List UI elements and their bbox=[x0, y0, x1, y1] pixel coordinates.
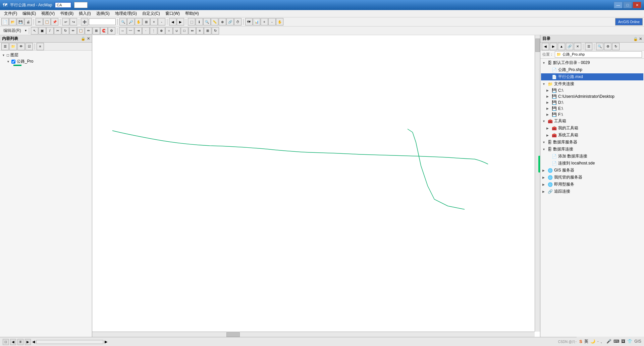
expand-icon-layers[interactable]: ▼ bbox=[2, 54, 5, 57]
attributes-button[interactable]: 📋 bbox=[77, 27, 85, 34]
status-btn3[interactable]: ⏸ bbox=[17, 339, 23, 345]
toc-list-by-visibility[interactable]: 👁 bbox=[17, 43, 25, 50]
expand-icon[interactable]: ▶ bbox=[542, 183, 546, 186]
buffer-button[interactable]: ○ bbox=[165, 27, 173, 34]
zoom-in-button[interactable]: 🔍 bbox=[119, 18, 127, 25]
rotate-button[interactable]: ↻ bbox=[62, 27, 69, 34]
catalog-tree-item[interactable]: 📄连接到 localhost.sde bbox=[541, 160, 643, 167]
forward-button[interactable]: ▶ bbox=[177, 18, 184, 25]
hyperlink-button[interactable]: 🔗 bbox=[226, 18, 234, 25]
menu-window[interactable]: 窗口(W) bbox=[163, 10, 182, 17]
undo-button[interactable]: ↩ bbox=[62, 18, 69, 25]
catalog-up-button[interactable]: ▲ bbox=[558, 43, 565, 50]
tray-portrait[interactable]: 🖼 bbox=[621, 339, 625, 344]
toc-list-by-source[interactable]: 📁 bbox=[9, 43, 17, 50]
scale-input[interactable]: 1:68, 163 bbox=[89, 18, 116, 25]
fixed-zoom-out[interactable]: - bbox=[158, 18, 165, 25]
menu-geoprocessing[interactable]: 地理处理(G) bbox=[112, 10, 140, 17]
expand-icon[interactable]: ▶ bbox=[542, 169, 546, 172]
catalog-back-button[interactable]: ◀ bbox=[542, 43, 549, 50]
catalog-tree-item[interactable]: ▶💾C:\ bbox=[541, 87, 643, 93]
scroll-bar[interactable] bbox=[36, 340, 103, 344]
trace-button[interactable]: 〰 bbox=[127, 27, 134, 34]
expand-icon[interactable]: ▶ bbox=[546, 95, 550, 98]
split-button[interactable]: ⋮ bbox=[150, 27, 157, 34]
catalog-connect-button[interactable]: 🔗 bbox=[566, 43, 573, 50]
menu-bookmarks[interactable]: 书签(B) bbox=[57, 10, 76, 17]
copy-button[interactable]: 📋 bbox=[43, 18, 51, 25]
cut-polygon-button[interactable]: ✂ bbox=[54, 27, 61, 34]
location-value[interactable]: 📁 公路_Pro.shp bbox=[555, 51, 642, 58]
catalog-forward-button[interactable]: ▶ bbox=[550, 43, 557, 50]
expand-icon[interactable]: ▼ bbox=[542, 141, 546, 144]
save-button[interactable]: 💾 bbox=[17, 18, 24, 25]
open-button[interactable]: 📂 bbox=[9, 18, 16, 25]
expand-icon[interactable]: ▶ bbox=[546, 101, 550, 104]
catalog-tree-item[interactable]: ▶🌐GIS 服务器 bbox=[541, 167, 643, 174]
layout-view-button[interactable]: 🗺 bbox=[245, 18, 253, 25]
catalog-tree-item[interactable]: 📄添加 数据库连接 bbox=[541, 153, 643, 160]
catalog-tree-item[interactable]: ▼🗄数据库连接 bbox=[541, 146, 643, 153]
pan-button[interactable]: ✋ bbox=[135, 18, 142, 25]
catalog-tree-item[interactable]: 📄平行公路.mxd bbox=[541, 73, 643, 80]
status-btn4[interactable]: ▶ bbox=[25, 339, 31, 345]
menu-insert[interactable]: 插入(I) bbox=[76, 10, 93, 17]
add-data-button[interactable]: ➕ bbox=[81, 18, 88, 25]
scroll-thumb-horizontal[interactable] bbox=[226, 332, 240, 337]
catalog-refresh-button[interactable]: ↻ bbox=[612, 43, 620, 50]
scroll-thumb-vertical[interactable] bbox=[535, 39, 540, 52]
toc-close-button[interactable]: ✕ bbox=[87, 37, 90, 41]
menu-customize[interactable]: 自定义(C) bbox=[140, 10, 163, 17]
catalog-tree-item[interactable]: ▶🌐我托管的服务器 bbox=[541, 174, 643, 181]
print-button[interactable]: 🖨 bbox=[24, 18, 32, 25]
pan-layout[interactable]: ✋ bbox=[276, 18, 283, 25]
expand-icon[interactable]: ▼ bbox=[542, 82, 546, 86]
expand-icon[interactable]: ▼ bbox=[542, 148, 546, 151]
catalog-search-button[interactable]: 🔍 bbox=[596, 43, 603, 50]
menu-select[interactable]: 选择(S) bbox=[94, 10, 112, 17]
offset-button[interactable]: ⇥ bbox=[135, 27, 142, 34]
gotoXY-button[interactable]: ⊕ bbox=[219, 18, 226, 25]
catalog-tree-item[interactable]: ▼🧰工具箱 bbox=[541, 118, 643, 125]
edit-tool-button[interactable]: ↖ bbox=[31, 27, 38, 34]
expand-icon-road[interactable]: ▼ bbox=[7, 60, 10, 63]
status-btn1[interactable]: □ bbox=[3, 339, 9, 345]
status-btn2[interactable]: ◀ bbox=[10, 339, 16, 345]
catalog-tree-item[interactable]: 📄公路_Pro.shp bbox=[541, 66, 643, 73]
toc-options[interactable]: ≡ bbox=[37, 43, 44, 50]
paste-button[interactable]: 📌 bbox=[51, 18, 58, 25]
close-button[interactable]: ✕ bbox=[633, 2, 641, 8]
catalog-tree-item[interactable]: ▼🗄数据库服务器 bbox=[541, 139, 643, 146]
arcgis-online-button[interactable]: ArcGIS Online bbox=[615, 18, 643, 25]
zoom-out-button[interactable]: 🔎 bbox=[127, 18, 135, 25]
redo-button[interactable]: ↪ bbox=[70, 18, 77, 25]
mirror-button[interactable]: ⇔ bbox=[189, 27, 196, 34]
catalog-tree-item[interactable]: ▶🧰我的工具箱 bbox=[541, 125, 643, 132]
catalog-pin-button[interactable]: 🔒 bbox=[633, 37, 638, 41]
tray-lang[interactable]: 英 bbox=[584, 339, 588, 344]
toc-pin-button[interactable]: 🔒 bbox=[81, 37, 86, 41]
tray-mic[interactable]: 🎤 bbox=[606, 339, 611, 344]
toc-list-by-order[interactable]: ☰ bbox=[1, 43, 9, 50]
select-button[interactable]: ⬚ bbox=[188, 18, 195, 25]
update-button[interactable]: ↻ bbox=[212, 27, 219, 34]
new-button[interactable]: 📄 bbox=[1, 18, 9, 25]
scroll-indicator-bar[interactable]: ◀ bbox=[32, 340, 35, 344]
catalog-tree-item[interactable]: ▼📁文件夹连接 bbox=[541, 80, 643, 87]
sketch-button[interactable]: ✏ bbox=[85, 27, 92, 34]
move-button[interactable]: ↔ bbox=[119, 27, 126, 34]
expand-icon[interactable]: ▶ bbox=[546, 107, 550, 110]
layer-checkbox[interactable] bbox=[11, 60, 15, 64]
distribute-button[interactable]: ⊞ bbox=[204, 27, 211, 34]
expand-icon[interactable]: ▶ bbox=[546, 127, 550, 130]
topology-button[interactable]: ⊞ bbox=[93, 27, 100, 34]
minimize-button[interactable]: — bbox=[614, 2, 623, 8]
catalog-tree-item[interactable]: ▶💾D:\ bbox=[541, 99, 643, 106]
catalog-tree-item[interactable]: ▶💾F:\ bbox=[541, 112, 643, 118]
snapping-settings-button[interactable]: ⚙ bbox=[108, 27, 115, 34]
back-button[interactable]: ◀ bbox=[169, 18, 176, 25]
toc-list-by-selection[interactable]: ☑ bbox=[25, 43, 33, 50]
catalog-close-button[interactable]: ✕ bbox=[639, 37, 642, 41]
union-button[interactable]: ∪ bbox=[173, 27, 180, 34]
catalog-tree-item[interactable]: ▶💾C:\Users\Administrator\Desktop bbox=[541, 93, 643, 99]
